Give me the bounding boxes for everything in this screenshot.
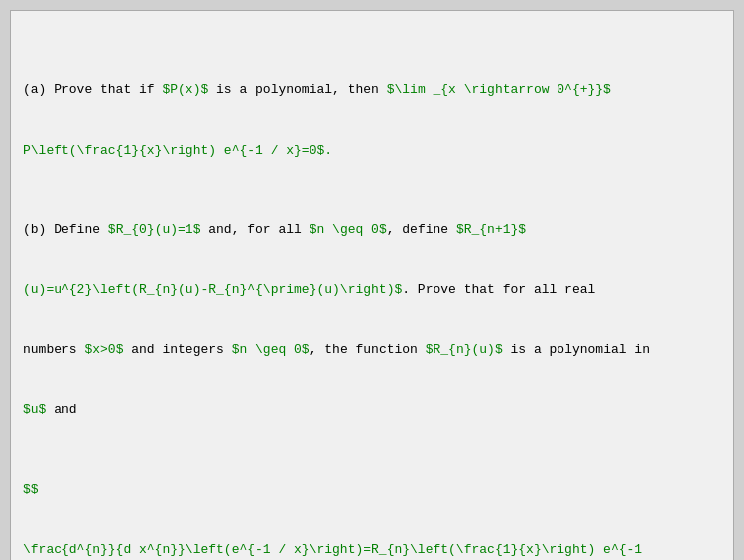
line-1b: P\left(\frac{1}{x}\right) e^{-1 / x}=0$. — [23, 141, 721, 161]
line-2c: numbers $x>0$ and integers $n \geq 0$, t… — [23, 340, 721, 360]
line-2a: (b) Define $R_{0}(u)=1$ and, for all $n … — [23, 220, 721, 240]
main-container: (a) Prove that if $P(x)$ is a polynomial… — [10, 10, 734, 560]
line-3a: $$ — [23, 480, 721, 500]
content-block: (a) Prove that if $P(x)$ is a polynomial… — [23, 21, 721, 560]
line-2d: $u$ and — [23, 400, 721, 420]
line-2b: (u)=u^{2}\left(R_{n}(u)-R_{n}^{\prime}(u… — [23, 280, 721, 300]
line-3b: \frac{d^{n}}{d x^{n}}\left(e^{-1 / x}\ri… — [23, 540, 721, 560]
line-1a: (a) Prove that if $P(x)$ is a polynomial… — [23, 80, 721, 100]
